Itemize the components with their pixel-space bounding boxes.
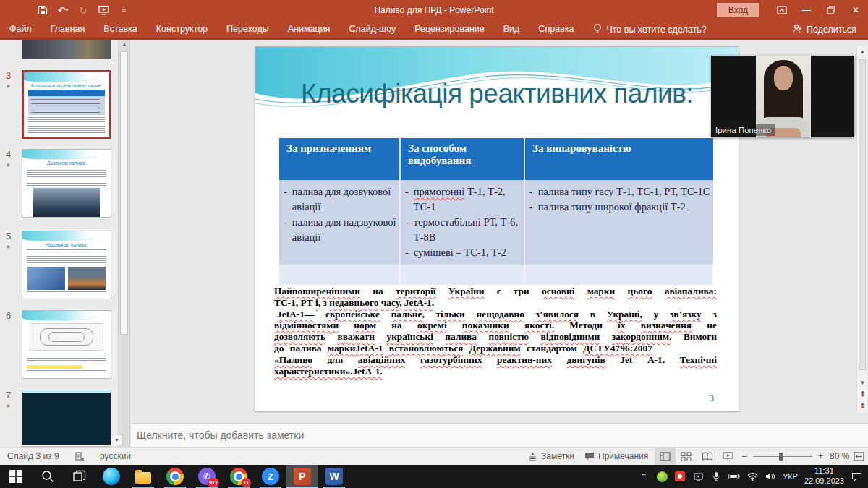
sign-in-button[interactable]: Вход (717, 3, 760, 17)
language-indicator[interactable]: русский (100, 448, 131, 465)
ribbon-tab-рецензирование[interactable]: Рецензирование (405, 20, 494, 38)
ribbon-tab-вставка[interactable]: Вставка (94, 20, 146, 38)
close-button[interactable]: ✕ (843, 0, 868, 20)
ribbon-tab-переходы[interactable]: Переходы (217, 20, 278, 38)
slide-sorter-view-button[interactable] (676, 448, 697, 465)
body-text-line: відмінностями норм на окремі показники я… (274, 320, 717, 331)
tell-me-box[interactable]: Что вы хотите сделать? (593, 23, 706, 36)
scroll-down-icon[interactable]: ▼ (857, 377, 868, 388)
slide-canvas[interactable]: Класифікація реактивних палив: За призна… (255, 46, 739, 412)
taskbar-start-icon[interactable] (0, 465, 32, 488)
body-text-line: «Паливо для авіаційних газотурбінних реа… (274, 354, 717, 366)
body-text-line: Найпоширенішими на території України є т… (274, 286, 717, 297)
recording-tray-icon[interactable] (674, 471, 686, 482)
zoom-slider-thumb[interactable] (779, 453, 783, 461)
scroll-up-icon[interactable]: ▲ (857, 46, 868, 57)
zoom-in-button[interactable]: + (818, 448, 823, 465)
normal-view-button[interactable] (655, 448, 676, 465)
minimize-button[interactable]: — (794, 0, 819, 20)
tray-chevron-icon[interactable]: ⌃ (638, 471, 650, 482)
slide-thumbnail-panel: 3✶Класифікація реактивних палив:4✶Дозвук… (0, 40, 130, 447)
slide-thumbnail-row: 6 (0, 310, 130, 379)
body-text-line: до палива маркиJetA-1 встановлюються Дер… (274, 343, 717, 354)
table-body-cell[interactable]: -палива типу гасу Т-1, ТС-1, РТ, ТС-1С-п… (525, 180, 713, 265)
table-list-item: -палива типу широкої фракції Т-2 (529, 200, 710, 215)
fit-to-window-icon[interactable] (854, 448, 864, 465)
slide-thumbnail-6[interactable] (22, 310, 111, 379)
body-text-line: характеристики».JetA-1. (274, 366, 717, 377)
share-person-icon (792, 24, 802, 35)
reading-view-button[interactable] (697, 448, 718, 465)
microphone-tray-icon[interactable] (710, 471, 722, 482)
wifi-tray-icon[interactable] (746, 471, 758, 482)
next-slide-icon[interactable]: ⇟ (857, 401, 868, 411)
thumbnail-scrollbar[interactable]: ▲ (118, 40, 129, 447)
comments-toggle[interactable]: Примечания (584, 448, 648, 465)
ribbon-tab-файл[interactable]: Файл (0, 20, 41, 38)
ribbon-tab-слайд-шоу[interactable]: Слайд-шоу (339, 20, 405, 38)
slide-thumbnail-4[interactable]: Дозвукові палива: (22, 149, 111, 218)
slide-thumbnail-7[interactable] (22, 390, 111, 447)
cast-tray-icon[interactable] (692, 471, 704, 482)
slide-thumbnail-5[interactable]: Надзвукові палива: (22, 231, 111, 299)
taskbar-file-explorer-icon[interactable] (127, 465, 159, 488)
battery-tray-icon[interactable] (728, 471, 740, 482)
zoom-slider[interactable] (753, 448, 812, 465)
taskbar-viber-icon[interactable]: ✆511 (191, 465, 223, 488)
notes-pane[interactable]: Щелкните, чтобы добавить заметки (131, 423, 868, 447)
notes-splitter-button[interactable]: ▼ (111, 435, 123, 445)
restore-button[interactable] (819, 0, 843, 20)
table-list-item: -прямогонні Т-1, Т-2, ТС-1 (405, 184, 521, 215)
taskbar-edge-icon[interactable] (95, 465, 127, 488)
taskbar-task-view-icon[interactable] (64, 465, 95, 488)
slide-thumbnail-row (0, 40, 130, 59)
volume-tray-icon[interactable] (765, 471, 776, 482)
antivirus-tray-icon[interactable] (656, 471, 668, 482)
table-header-cell[interactable]: За способом видобування (401, 138, 525, 180)
ribbon-tab-справка[interactable]: Справка (529, 20, 583, 38)
table-empty-cell (525, 265, 713, 285)
slide-body-text[interactable]: Найпоширенішими на території України є т… (274, 286, 717, 377)
body-text-line: ТС-1, РТ і, з недавнього часу, JetA-1. (274, 297, 717, 309)
table-list-item: -палива для надзвукової авіації (284, 215, 396, 245)
thumbnail-scrollbar-thumb[interactable] (120, 51, 128, 335)
taskbar-opera-icon[interactable]: O (223, 465, 255, 488)
action-center-icon[interactable] (851, 471, 862, 482)
ribbon-tab-главная[interactable]: Главная (41, 20, 95, 38)
slide-table[interactable]: За призначеннямЗа способом видобуванняЗа… (279, 138, 713, 285)
spellcheck-icon[interactable] (75, 448, 85, 465)
taskbar-zoom-icon[interactable]: Z (255, 465, 286, 488)
slide-title[interactable]: Класифікація реактивних палив: (255, 79, 739, 109)
status-bar: Слайд 3 из 9 русский Заметки Примечания … (0, 447, 868, 465)
slide-area-scrollbar[interactable]: ▲ ▼ ⇞ ⇟ (856, 46, 867, 412)
language-tray-indicator[interactable]: УКР (783, 472, 798, 481)
scrollbar-thumb[interactable] (859, 59, 866, 370)
slide-thumbnail-3[interactable]: Класифікація реактивних палив: (22, 70, 111, 139)
table-body-cell[interactable]: -палива для дозвукової авіації-палива дл… (279, 180, 401, 265)
taskbar-search-icon[interactable] (32, 465, 64, 488)
taskbar-powerpoint-icon[interactable]: P (286, 465, 318, 488)
zoom-out-button[interactable]: – (742, 448, 747, 465)
slideshow-view-button[interactable] (718, 448, 739, 465)
zoom-level[interactable]: 80 % (830, 448, 849, 465)
table-body-cell[interactable]: -прямогонні Т-1, Т-2, ТС-1-термостабільн… (401, 180, 525, 265)
slide-number: 3 (6, 70, 11, 81)
table-header-cell[interactable]: За випаровуваністю (525, 138, 713, 180)
webcam-overlay[interactable]: Ірина Попенко (711, 56, 854, 137)
previous-slide-icon[interactable]: ⇞ (857, 389, 868, 400)
taskbar-word-icon[interactable]: W (318, 465, 350, 488)
title-bar: ↶▾ ↻ ≂ Паливо для ПРД - PowerPoint Вход … (0, 0, 868, 20)
ribbon-tab-вид[interactable]: Вид (494, 20, 529, 38)
slide-counter[interactable]: Слайд 3 из 9 (7, 448, 59, 465)
slide-number: 4 (6, 149, 11, 160)
ribbon-display-options-icon[interactable] (770, 0, 794, 20)
table-header-cell[interactable]: За призначенням (279, 138, 401, 180)
tray-clock[interactable]: 11:31 22.09.2023 (804, 466, 844, 487)
share-button[interactable]: Поделиться (792, 24, 856, 35)
slide-thumbnail-partial[interactable] (22, 40, 111, 59)
thumbnail-scroll-up-icon[interactable]: ▲ (119, 41, 130, 48)
notes-toggle[interactable]: Заметки (528, 448, 574, 465)
taskbar-chrome-icon[interactable] (159, 465, 191, 488)
ribbon-tab-анимация[interactable]: Анимация (278, 20, 340, 38)
ribbon-tab-конструктор[interactable]: Конструктор (147, 20, 217, 38)
